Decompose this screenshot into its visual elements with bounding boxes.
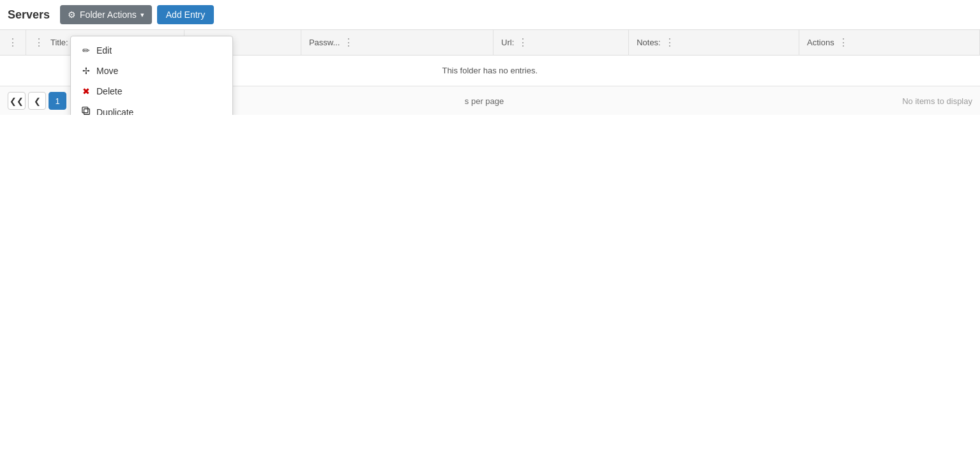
col-title-label: Title: (50, 38, 68, 47)
col-title-dots-icon[interactable]: ⋮ (34, 36, 44, 49)
gear-icon: ⚙ (68, 10, 76, 20)
move-icon: ✢ (81, 66, 91, 76)
prev-page-button[interactable]: ❮ (28, 92, 46, 110)
chevron-down-icon: ▾ (140, 11, 144, 19)
menu-item-duplicate[interactable]: Duplicate (71, 101, 232, 115)
app-title: Servers (8, 8, 50, 22)
col-url-dots-icon[interactable]: ⋮ (518, 36, 528, 49)
drag-dots-icon: ⋮ (8, 37, 18, 48)
col-url-label: Url: (501, 38, 514, 47)
menu-item-move-label: Move (96, 66, 118, 76)
col-notes-label: Notes: (637, 38, 661, 47)
col-password: Passw... ⋮ (301, 30, 493, 56)
menu-item-delete-label: Delete (96, 86, 122, 96)
dropdown-section-1: ✏ Edit ✢ Move ✖ Delete Duplicate (71, 36, 232, 115)
svg-rect-1 (82, 107, 88, 113)
per-page-text: s per page (465, 96, 504, 106)
col-url: Url: ⋮ (494, 30, 629, 56)
folder-actions-dropdown: ✏ Edit ✢ Move ✖ Delete Duplicate (70, 36, 233, 115)
first-page-button[interactable]: ❮❮ (8, 92, 26, 110)
pagination-controls: ❮❮ ❮ 1 (8, 92, 66, 110)
col-drag: ⋮ (0, 30, 26, 56)
toolbar: Servers ⚙ Folder Actions ▾ Add Entry ✏ E… (0, 0, 980, 30)
menu-item-delete[interactable]: ✖ Delete (71, 81, 232, 101)
menu-item-edit[interactable]: ✏ Edit (71, 40, 232, 61)
col-actions-label: Actions (807, 38, 834, 47)
col-actions: Actions ⋮ (799, 30, 980, 56)
no-items-text: No items to display (902, 96, 972, 106)
add-entry-button[interactable]: Add Entry (157, 5, 214, 24)
col-notes-dots-icon[interactable]: ⋮ (665, 36, 675, 49)
duplicate-icon (81, 107, 91, 115)
edit-icon: ✏ (81, 45, 91, 56)
empty-message: This folder has no entries. (442, 66, 538, 75)
col-notes: Notes: ⋮ (629, 30, 799, 56)
menu-item-edit-label: Edit (96, 45, 112, 56)
svg-rect-0 (84, 109, 90, 115)
menu-item-move[interactable]: ✢ Move (71, 61, 232, 81)
folder-actions-button[interactable]: ⚙ Folder Actions ▾ (60, 5, 152, 24)
delete-icon: ✖ (81, 86, 91, 96)
col-password-dots-icon[interactable]: ⋮ (343, 36, 354, 49)
menu-item-duplicate-label: Duplicate (96, 107, 133, 116)
col-password-label: Passw... (309, 38, 340, 47)
col-actions-dots-icon[interactable]: ⋮ (838, 36, 848, 49)
folder-actions-label: Folder Actions (80, 10, 137, 20)
page-1-button[interactable]: 1 (49, 92, 66, 110)
